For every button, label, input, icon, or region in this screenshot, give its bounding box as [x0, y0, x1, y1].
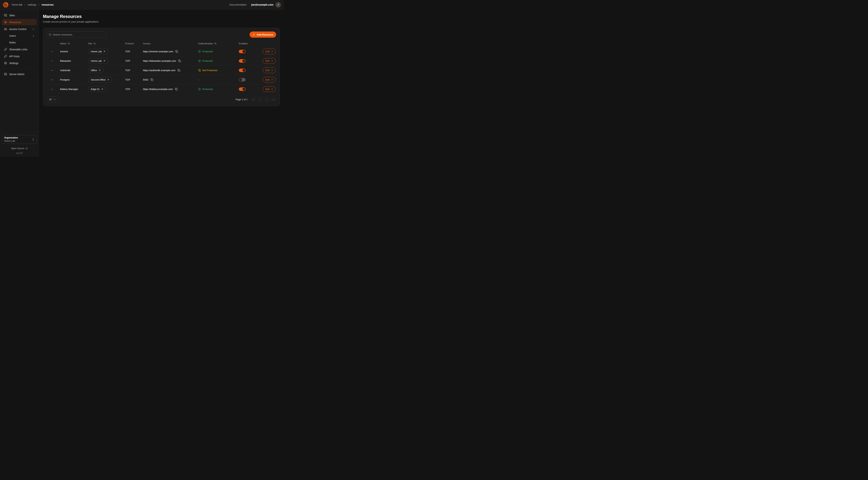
enabled-toggle[interactable]	[239, 50, 246, 53]
key-icon	[4, 55, 7, 58]
auth-status: Protected	[198, 60, 236, 62]
page-size-select[interactable]: 20	[47, 97, 58, 102]
sidebar-item-api-keys[interactable]: API Keys	[2, 53, 37, 59]
search-input[interactable]	[53, 33, 104, 36]
add-resource-button[interactable]: Add Resource	[250, 31, 276, 38]
sidebar-item-resources[interactable]: Resources	[2, 19, 37, 25]
table-row: Battery Manager Edge 01 TCP https://batt…	[47, 84, 276, 94]
edit-label: Edit	[266, 60, 270, 62]
auth-status-label: Not Protected	[202, 69, 217, 72]
avatar[interactable]: J	[276, 2, 281, 7]
sidebar-item-shareable-links[interactable]: Shareable Links	[2, 46, 37, 53]
sidebar-item-label: API Keys	[9, 55, 20, 58]
auth-status: Protected	[198, 88, 236, 90]
organization-label: Organization	[4, 137, 32, 139]
breadcrumb-resources[interactable]: resources	[42, 3, 54, 6]
open-source-link[interactable]: Open Source	[2, 147, 37, 150]
copy-button[interactable]	[178, 59, 181, 63]
last-page-button[interactable]	[271, 97, 276, 102]
enabled-toggle[interactable]	[239, 78, 246, 82]
sort-icon[interactable]	[93, 42, 96, 45]
pagination: 20 Page 1 of 1	[47, 97, 276, 102]
edit-label: Edit	[266, 88, 270, 90]
chevrons-right-icon	[272, 98, 275, 101]
edit-button[interactable]: Edit	[263, 86, 276, 92]
copy-icon	[175, 50, 178, 53]
main-content: Manage Resources Create secure proxies t…	[39, 9, 284, 157]
sidebar-item-access-control[interactable]: Access Control	[2, 26, 37, 32]
sidebar-item-users[interactable]: Users	[2, 33, 37, 39]
column-header-authentication: Authentication	[198, 42, 213, 45]
resource-access-url: https://authentik.example.com	[143, 69, 175, 72]
search-box	[47, 31, 106, 38]
page-subtitle: Create secure proxies to your private ap…	[43, 20, 280, 23]
auth-status: -	[198, 79, 236, 81]
edit-button[interactable]: Edit	[263, 77, 276, 83]
row-menu-button[interactable]	[50, 50, 54, 54]
sidebar-item-label: Shareable Links	[9, 48, 27, 51]
chevrons-left-icon	[252, 98, 255, 101]
ellipsis-icon	[51, 50, 54, 53]
column-header-access: Access	[143, 42, 151, 45]
previous-page-button[interactable]	[257, 97, 263, 102]
sort-icon[interactable]	[68, 42, 70, 45]
enabled-toggle[interactable]	[239, 69, 246, 72]
copy-icon	[178, 69, 180, 72]
site-link[interactable]: Home Lab	[88, 58, 108, 64]
edit-button[interactable]: Edit	[263, 58, 276, 64]
users-icon	[4, 28, 7, 31]
row-menu-button[interactable]	[50, 78, 54, 82]
copy-button[interactable]	[150, 78, 154, 82]
documentation-link[interactable]: Documentation	[229, 3, 246, 6]
first-page-button[interactable]	[251, 97, 256, 102]
arrow-right-icon	[271, 69, 273, 71]
auth-status-label: -	[198, 79, 199, 81]
site-link[interactable]: Home Lab	[88, 49, 108, 54]
resource-access-url: https://bitwarden.example.com	[143, 60, 176, 62]
sort-icon[interactable]	[214, 42, 217, 45]
breadcrumb-org[interactable]: home-lab	[12, 3, 22, 6]
row-menu-button[interactable]	[50, 68, 54, 72]
arrow-right-icon	[271, 60, 273, 62]
arrow-up-right-icon	[103, 60, 105, 62]
next-page-button[interactable]	[264, 97, 270, 102]
copy-button[interactable]	[177, 69, 181, 72]
sidebar-item-sites[interactable]: Sites	[2, 12, 37, 19]
breadcrumb-settings[interactable]: settings	[28, 3, 36, 6]
site-link[interactable]: Second Office	[88, 77, 112, 83]
row-menu-button[interactable]	[50, 59, 54, 63]
sidebar-item-label: Resources	[9, 21, 21, 24]
row-menu-button[interactable]	[50, 87, 54, 91]
auth-status-label: Protected	[202, 50, 213, 53]
sidebar-item-label: Users	[9, 34, 16, 37]
arrow-up-right-icon	[101, 88, 103, 90]
site-name: Home Lab	[91, 60, 102, 62]
sidebar-item-server-admin[interactable]: Server Admin	[2, 71, 37, 77]
arrow-up-right-icon	[107, 79, 109, 81]
open-source-label: Open Source	[11, 147, 24, 150]
auth-status: Protected	[198, 50, 236, 53]
enabled-toggle[interactable]	[239, 87, 246, 91]
user-email[interactable]: joe@example.com	[251, 3, 273, 6]
edit-button[interactable]: Edit	[263, 49, 276, 54]
column-header-name: Name	[60, 42, 66, 45]
shield-off-icon	[198, 69, 201, 72]
sidebar-item-settings[interactable]: Settings	[2, 60, 37, 66]
copy-button[interactable]	[175, 87, 178, 91]
site-link[interactable]: Edge 01	[88, 86, 106, 92]
pangolin-logo-icon[interactable]	[3, 2, 8, 8]
arrow-up-right-icon	[103, 50, 105, 53]
page-title: Manage Resources	[43, 14, 280, 19]
copy-button[interactable]	[175, 50, 178, 53]
edit-button[interactable]: Edit	[263, 67, 276, 73]
copy-icon	[151, 79, 153, 81]
organization-selector[interactable]: Organization Home Lab	[2, 135, 37, 144]
edit-label: Edit	[266, 79, 270, 81]
resource-protocol: TCP	[123, 50, 141, 53]
breadcrumb: home-lab settings resources	[12, 3, 54, 6]
resource-name: Authentik	[58, 69, 86, 72]
enabled-toggle[interactable]	[239, 59, 246, 63]
sidebar-item-roles[interactable]: Roles	[2, 39, 37, 46]
chevron-down-icon	[32, 28, 35, 30]
site-link[interactable]: Office	[88, 67, 103, 73]
